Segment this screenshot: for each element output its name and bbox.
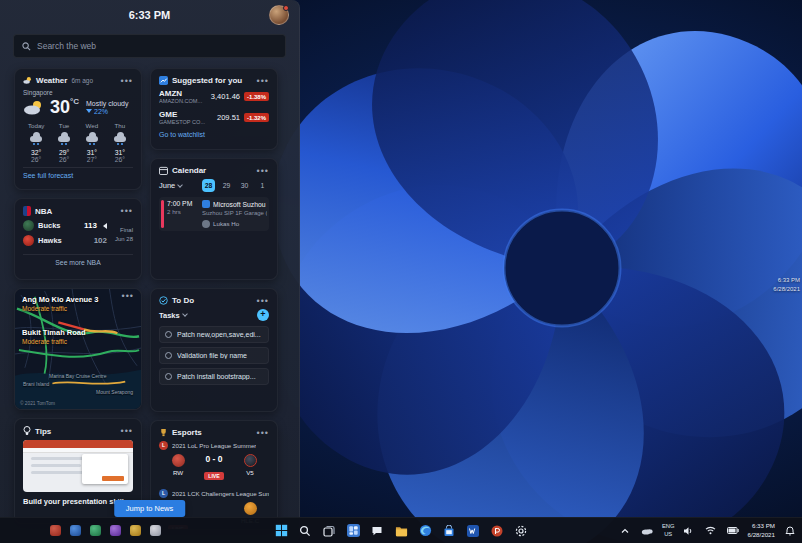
open-app-icon[interactable] (50, 525, 61, 536)
weather-location: Singapore (23, 89, 133, 96)
calendar-day-selected[interactable]: 28 (202, 179, 215, 192)
open-app-icon[interactable] (70, 525, 81, 536)
widgets-panel-header: 6:33 PM (0, 0, 299, 30)
language-indicator[interactable]: ENG US (662, 523, 675, 537)
open-app-icon[interactable] (110, 525, 121, 536)
weather-current: 30°C Mostly cloudy 22% (23, 98, 133, 116)
tray-chevron-up-icon[interactable] (618, 523, 633, 538)
league-logo-icon (159, 441, 168, 450)
team-hle-logo-icon (244, 502, 257, 515)
task-complete-radio[interactable] (165, 373, 172, 380)
nba-logo-icon (23, 206, 31, 216)
calendar-day[interactable]: 29 (220, 179, 233, 192)
search-input[interactable] (37, 41, 277, 51)
todo-list-name[interactable]: Tasks (159, 311, 180, 320)
calendar-day[interactable]: 30 (238, 179, 251, 192)
stock-row[interactable]: GME GAMESTOP CO... 209.51 -1.32% (159, 110, 269, 125)
stocks-title: Suggested for you (172, 76, 242, 85)
stocks-widget[interactable]: Suggested for you AMZN AMAZON.COM... 3,4… (150, 68, 278, 150)
calendar-widget[interactable]: Calendar June 28 29 30 1 7:0 (150, 158, 278, 280)
stock-change-badge: -1.32% (244, 113, 269, 122)
user-avatar[interactable] (269, 5, 289, 25)
nba-widget[interactable]: NBA Bucks 113 Hawks (14, 198, 142, 280)
see-full-forecast-link[interactable]: See full forecast (23, 172, 133, 179)
task-complete-radio[interactable] (165, 352, 172, 359)
edge-clock-time: 6:33 PM (773, 276, 800, 285)
word-app-button[interactable] (466, 523, 481, 538)
taskbar-center-icons (274, 523, 529, 538)
edge-browser-button[interactable] (418, 523, 433, 538)
battery-icon[interactable] (725, 523, 740, 538)
widgets-panel: 6:33 PM Weather 6m ago (0, 0, 300, 543)
calendar-icon (159, 166, 168, 175)
stock-row[interactable]: AMZN AMAZON.COM... 3,401.46 -1.38% (159, 89, 269, 104)
team-rw-logo-icon (172, 454, 185, 467)
tips-title: Tips (35, 427, 51, 436)
league-name: 2021 LoL Pro League Summer (172, 442, 256, 449)
calendar-month[interactable]: June (159, 181, 175, 190)
event-duration: 2 hrs (167, 208, 197, 215)
map-label: Mount Serapong (96, 389, 133, 395)
nba-menu-icon[interactable] (121, 209, 133, 213)
wifi-icon[interactable] (703, 523, 718, 538)
tips-menu-icon[interactable] (121, 429, 133, 433)
chevron-down-icon (182, 311, 188, 317)
task-item[interactable]: Patch new,open,save,edi... (159, 326, 269, 343)
notification-center-icon[interactable] (782, 523, 797, 538)
volume-icon[interactable] (681, 523, 696, 538)
settings-button[interactable] (514, 523, 529, 538)
see-more-nba-link[interactable]: See more NBA (23, 259, 133, 266)
todo-widget[interactable]: To Do Tasks + Patch new,open,save,edi...… (150, 288, 278, 412)
stocks-menu-icon[interactable] (257, 79, 269, 83)
go-to-watchlist-link[interactable]: Go to watchlist (159, 131, 269, 138)
open-app-icon[interactable] (90, 525, 101, 536)
event-start-time: 7:00 PM (167, 200, 197, 207)
widgets-button[interactable] (346, 523, 361, 538)
task-view-button[interactable] (322, 523, 337, 538)
weather-unit: °C (70, 97, 79, 106)
attendee-name: Lukas Ho (213, 220, 239, 227)
forecast-day: Today 32° 26° (23, 122, 49, 163)
chat-button[interactable] (370, 523, 385, 538)
esports-menu-icon[interactable] (257, 431, 269, 435)
open-app-icon[interactable] (130, 525, 141, 536)
task-item[interactable]: Patch install bootstrapp... (159, 368, 269, 385)
task-complete-radio[interactable] (165, 331, 172, 338)
add-task-button[interactable]: + (257, 309, 269, 321)
road-name: Bukit Timah Road (22, 328, 134, 337)
league-row: 2021 LCK Challengers League Summer (159, 489, 269, 498)
start-button[interactable] (274, 523, 289, 538)
calendar-title: Calendar (172, 166, 206, 175)
powerpoint-app-button[interactable] (490, 523, 505, 538)
stock-symbol: GME (159, 110, 217, 119)
search-button[interactable] (298, 523, 313, 538)
traffic-menu-icon[interactable] (122, 294, 134, 298)
traffic-widget[interactable]: Ang Mo Kio Avenue 3 Moderate traffic Buk… (14, 288, 142, 410)
task-item[interactable]: Validation file by name (159, 347, 269, 364)
taskbar-clock[interactable]: 6:33 PM 6/28/2021 (747, 522, 775, 539)
weather-widget[interactable]: Weather 6m ago Singapore 30°C Mostly clo… (14, 68, 142, 190)
calendar-day[interactable]: 1 (256, 179, 269, 192)
rain-cloud-icon (58, 136, 70, 142)
file-explorer-button[interactable] (394, 523, 409, 538)
event-location: Suzhou SIP 1F Garage (Bui... (202, 210, 267, 216)
cloud-sun-icon (23, 100, 45, 115)
event-color-bar (161, 200, 164, 228)
onedrive-icon[interactable] (640, 523, 655, 538)
weather-menu-icon[interactable] (121, 79, 133, 83)
calendar-event[interactable]: 7:00 PM 2 hrs Microsoft Suzhou Toa... Su… (159, 197, 269, 231)
open-app-icon[interactable] (150, 525, 161, 536)
team-name: V5 (237, 469, 263, 476)
weather-temp: 30 (50, 97, 70, 117)
trophy-icon (159, 428, 168, 437)
stock-name: AMAZON.COM... (159, 98, 211, 104)
jump-to-news-button[interactable]: Jump to News (114, 500, 186, 517)
esports-match[interactable]: RW 0 - 0 LIVE V5 (159, 453, 269, 486)
calendar-menu-icon[interactable] (257, 169, 269, 173)
store-button[interactable] (442, 523, 457, 538)
nba-team-row: Hawks 102 (23, 235, 107, 246)
rain-cloud-icon (114, 136, 126, 142)
live-badge: LIVE (204, 472, 224, 480)
todo-menu-icon[interactable] (257, 299, 269, 303)
web-search-bar[interactable] (13, 34, 286, 58)
